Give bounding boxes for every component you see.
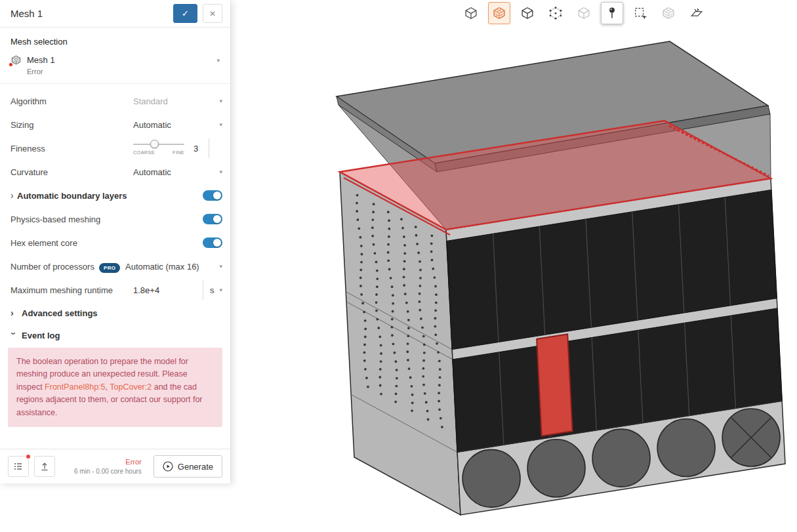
hex-element-core-toggle[interactable] bbox=[203, 237, 222, 248]
advanced-settings-section[interactable]: › Advanced settings bbox=[0, 302, 230, 324]
pin-icon bbox=[605, 6, 619, 20]
upload-icon bbox=[39, 461, 50, 472]
mesh-selection-value: Mesh 1 bbox=[27, 55, 216, 65]
processors-value: Automatic (max 16) bbox=[125, 262, 199, 272]
advanced-settings-label: Advanced settings bbox=[22, 308, 98, 318]
close-icon: ✕ bbox=[209, 9, 216, 18]
run-status-usage: 6 min - 0.00 core hours bbox=[74, 468, 142, 475]
play-circle-icon bbox=[163, 461, 173, 472]
error-part-link-frontpanel[interactable]: FrontPanel8hp:5 bbox=[45, 382, 105, 392]
toolbar-transparent-view-button[interactable] bbox=[573, 2, 595, 24]
physics-based-meshing-label: Physics-based meshing bbox=[10, 215, 203, 224]
panel-footer: Error 6 min - 0.00 core hours Generate bbox=[0, 449, 230, 483]
curvature-select[interactable]: Automatic ▾ bbox=[133, 167, 222, 177]
slider-min-label: COARSE bbox=[133, 150, 155, 155]
run-status-error: Error bbox=[74, 458, 142, 466]
algorithm-value: Standard bbox=[133, 96, 168, 106]
mesh-status-text: Error bbox=[27, 68, 220, 75]
algorithm-row: Algorithm Standard ▾ bbox=[0, 89, 230, 113]
settings-rows: Algorithm Standard ▾ Sizing Automatic ▾ … bbox=[0, 84, 230, 438]
fineness-slider[interactable]: COARSE FINE bbox=[133, 141, 184, 155]
algorithm-select[interactable]: Standard ▾ bbox=[133, 96, 222, 106]
chevron-right-icon[interactable]: › bbox=[10, 191, 17, 200]
hex-element-core-label: Hex element core bbox=[10, 238, 203, 248]
processors-label: Number of processors bbox=[10, 262, 94, 272]
auto-boundary-layers-label: Automatic boundary layers bbox=[17, 191, 203, 201]
curvature-value: Automatic bbox=[133, 167, 171, 177]
max-runtime-row: Maximum meshing runtime 1.8e+4 s ▾ bbox=[0, 278, 230, 302]
chevron-down-icon: ▾ bbox=[219, 263, 222, 270]
runtime-unit-select[interactable]: s ▾ bbox=[203, 280, 222, 300]
toolbar-box-select-button[interactable] bbox=[629, 2, 651, 24]
generate-button[interactable]: Generate bbox=[153, 455, 222, 478]
toolbar-clip-plane-button[interactable] bbox=[685, 2, 708, 24]
mesh-selection-dropdown[interactable]: Mesh 1 ▾ bbox=[10, 54, 220, 66]
algorithm-label: Algorithm bbox=[10, 96, 133, 106]
sizing-value: Automatic bbox=[133, 120, 171, 130]
viewport-toolbar bbox=[460, 2, 708, 24]
list-icon bbox=[13, 461, 24, 472]
fineness-row: Fineness COARSE FINE 3 bbox=[0, 136, 230, 160]
mesh-cube-icon bbox=[492, 6, 506, 20]
run-status: Error 6 min - 0.00 core hours bbox=[74, 458, 142, 475]
pro-badge: PRO bbox=[99, 263, 121, 273]
panel-body: Mesh selection Mesh 1 ▾ Error Algorithm … bbox=[0, 28, 230, 449]
mesh-selection-section: Mesh selection Mesh 1 ▾ Error bbox=[0, 28, 230, 84]
mesh-error-icon bbox=[10, 54, 22, 66]
slider-track[interactable] bbox=[133, 144, 184, 145]
max-runtime-input[interactable]: 1.8e+4 bbox=[133, 285, 203, 295]
mesh-selection-label: Mesh selection bbox=[10, 37, 220, 47]
curvature-label: Curvature bbox=[10, 167, 133, 177]
clip-plane-icon bbox=[689, 6, 704, 20]
curvature-row: Curvature Automatic ▾ bbox=[0, 160, 230, 184]
toolbar-probe-point-button[interactable] bbox=[601, 2, 623, 24]
upload-button[interactable] bbox=[34, 456, 55, 477]
chevron-down-icon: ▾ bbox=[219, 98, 222, 104]
toolbar-volume-mesh-button[interactable] bbox=[516, 2, 539, 24]
app-root: Mesh 1 ✓ ✕ Mesh selection Mesh 1 ▾ Error bbox=[0, 0, 797, 532]
toolbar-mesh-nodes-button[interactable] bbox=[544, 2, 567, 24]
cube-icon bbox=[464, 6, 478, 20]
select-box-icon bbox=[633, 6, 647, 20]
ghost-cube-icon bbox=[577, 6, 591, 20]
sizing-row: Sizing Automatic ▾ bbox=[0, 113, 230, 136]
physics-based-meshing-row: Physics-based meshing bbox=[0, 207, 230, 231]
toolbar-geometry-view-button[interactable] bbox=[460, 2, 482, 24]
physics-based-meshing-toggle[interactable] bbox=[203, 214, 222, 224]
chevron-right-icon: › bbox=[10, 308, 17, 317]
hex-element-core-row: Hex element core bbox=[0, 231, 230, 255]
error-dot-icon bbox=[9, 62, 13, 67]
check-icon: ✓ bbox=[182, 9, 189, 18]
runtime-unit-value: s bbox=[210, 285, 215, 295]
processors-select[interactable]: Automatic (max 16) ▾ bbox=[125, 262, 222, 272]
processors-row: Number of processorsPRO Automatic (max 1… bbox=[0, 255, 230, 278]
confirm-button[interactable]: ✓ bbox=[173, 4, 197, 23]
chevron-down-icon: ▾ bbox=[219, 121, 222, 128]
event-list-button[interactable] bbox=[8, 456, 29, 477]
fineness-value: 3 bbox=[194, 144, 198, 153]
error-part-link-topcover[interactable]: TopCover:2 bbox=[110, 382, 152, 392]
fineness-label: Fineness bbox=[10, 144, 133, 153]
panel-title: Mesh 1 bbox=[10, 8, 173, 19]
slider-knob[interactable] bbox=[150, 140, 159, 148]
generate-label: Generate bbox=[178, 462, 213, 472]
slider-max-label: FINE bbox=[173, 150, 184, 155]
divider bbox=[209, 138, 209, 158]
toolbar-surface-mesh-button[interactable] bbox=[488, 2, 510, 24]
notification-dot-icon bbox=[26, 454, 31, 459]
event-log-section[interactable]: › Event log bbox=[0, 324, 230, 346]
hidden-cube-icon bbox=[661, 6, 676, 20]
toolbar-hide-faces-button[interactable] bbox=[657, 2, 680, 24]
max-runtime-label: Maximum meshing runtime bbox=[10, 285, 133, 295]
chevron-down-icon: ▾ bbox=[216, 57, 220, 64]
sizing-select[interactable]: Automatic ▾ bbox=[133, 120, 222, 130]
sizing-label: Sizing bbox=[10, 120, 133, 130]
nodes-cube-icon bbox=[548, 6, 563, 20]
event-log-label: Event log bbox=[22, 331, 60, 340]
chevron-down-icon: ▾ bbox=[219, 169, 222, 175]
mesh-settings-panel: Mesh 1 ✓ ✕ Mesh selection Mesh 1 ▾ Error bbox=[0, 0, 231, 483]
chevron-down-icon: ▾ bbox=[219, 287, 222, 293]
panel-header: Mesh 1 ✓ ✕ bbox=[0, 0, 230, 28]
auto-boundary-layers-toggle[interactable] bbox=[203, 190, 222, 201]
close-button[interactable]: ✕ bbox=[203, 4, 222, 23]
